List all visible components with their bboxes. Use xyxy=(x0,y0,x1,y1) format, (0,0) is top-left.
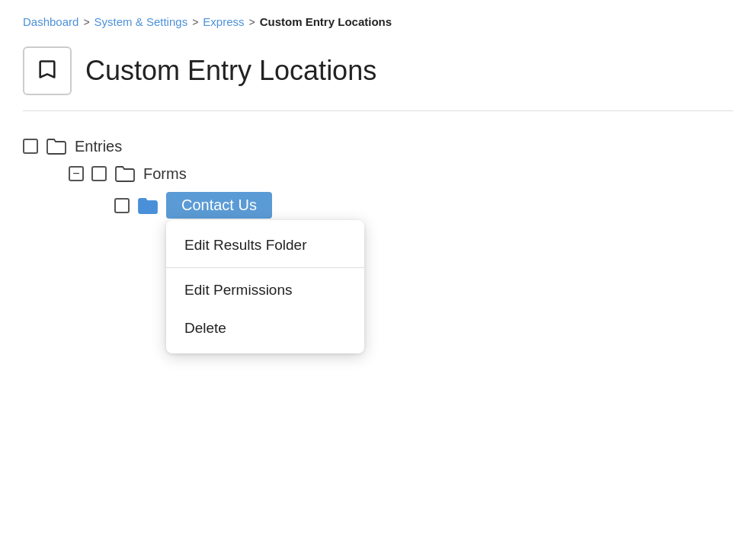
breadcrumb-sep-3: > xyxy=(249,16,255,28)
page-divider xyxy=(23,110,733,111)
breadcrumb-link-dashboard[interactable]: Dashboard xyxy=(23,15,78,28)
entries-checkbox[interactable] xyxy=(23,139,38,154)
context-menu-divider xyxy=(166,267,364,268)
breadcrumb-sep-1: > xyxy=(83,16,89,28)
forms-label: Forms xyxy=(143,165,187,183)
contact-us-label[interactable]: Contact Us xyxy=(166,192,272,219)
tree-row-forms: − Forms xyxy=(23,160,733,187)
forms-checkbox[interactable] xyxy=(91,166,107,181)
breadcrumb-sep-2: > xyxy=(192,16,198,28)
page-title: Custom Entry Locations xyxy=(85,55,376,87)
bookmark-icon xyxy=(37,59,58,83)
context-menu-item-edit-results[interactable]: Edit Results Folder xyxy=(166,226,364,264)
entries-folder-icon xyxy=(46,137,67,155)
contact-us-wrapper: Contact Us Edit Results Folder Edit Perm… xyxy=(166,192,272,219)
minus-icon: − xyxy=(72,168,79,180)
context-menu: Edit Results Folder Edit Permissions Del… xyxy=(166,220,364,353)
page-icon-box xyxy=(23,46,72,95)
contact-us-checkbox[interactable] xyxy=(114,198,130,213)
tree-row-entries: Entries xyxy=(23,133,733,160)
forms-folder-icon xyxy=(114,165,136,183)
context-menu-item-delete[interactable]: Delete xyxy=(166,309,364,347)
entries-label: Entries xyxy=(75,138,122,155)
contact-us-folder-icon xyxy=(137,197,159,215)
page-header: Custom Entry Locations xyxy=(23,46,733,95)
tree-row-contact-us: Contact Us Edit Results Folder Edit Perm… xyxy=(23,187,733,223)
breadcrumb: Dashboard > System & Settings > Express … xyxy=(23,15,733,28)
tree: Entries − Forms Contact Us Edit Results … xyxy=(23,133,733,223)
breadcrumb-link-express[interactable]: Express xyxy=(203,15,244,28)
context-menu-item-edit-permissions[interactable]: Edit Permissions xyxy=(166,271,364,309)
forms-collapse-toggle[interactable]: − xyxy=(69,166,84,181)
breadcrumb-current: Custom Entry Locations xyxy=(260,15,392,28)
breadcrumb-link-system-settings[interactable]: System & Settings xyxy=(94,15,188,28)
